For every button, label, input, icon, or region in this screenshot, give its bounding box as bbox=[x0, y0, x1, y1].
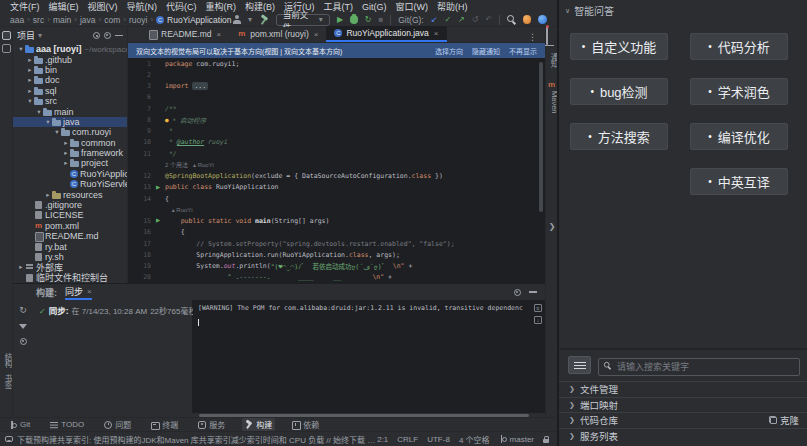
menu-item[interactable]: 导航(N) bbox=[123, 0, 162, 13]
assistant-button-自定义功能[interactable]: •自定义功能 bbox=[570, 33, 668, 60]
menu-item[interactable]: 窗口(W) bbox=[392, 0, 433, 13]
tree-chevron-icon[interactable]: ▸ bbox=[44, 191, 52, 199]
tree-chevron-icon[interactable]: ▸ bbox=[26, 76, 34, 84]
breadcrumb-item[interactable]: src bbox=[33, 15, 44, 25]
tree-chevron-icon[interactable]: ▾ bbox=[44, 118, 52, 126]
tree-chevron-icon[interactable]: ▸ bbox=[62, 159, 70, 167]
plugin-orange-icon[interactable] bbox=[523, 15, 532, 24]
profile-button[interactable]: ↻ bbox=[365, 16, 372, 24]
close-icon[interactable]: × bbox=[314, 30, 319, 39]
build-hammer-icon[interactable] bbox=[259, 15, 269, 25]
editor-tab[interactable]: CRuoYiApplication.java× bbox=[326, 26, 446, 42]
tree-chevron-icon[interactable]: ▾ bbox=[17, 45, 25, 53]
tree-chevron-icon[interactable]: ▸ bbox=[62, 139, 70, 147]
build-settings-icon[interactable] bbox=[514, 289, 521, 296]
run-button[interactable]: ▶ bbox=[337, 16, 343, 24]
assistant-button-中英互译[interactable]: •中英互译 bbox=[690, 168, 788, 195]
git-commit-button[interactable]: ✓ bbox=[444, 16, 451, 24]
tree-item-ry-sh[interactable]: ry.sh bbox=[13, 252, 127, 262]
hide-build-panel-icon[interactable] bbox=[529, 291, 537, 293]
tree-item-doc[interactable]: ▸doc bbox=[13, 75, 127, 85]
git-history-button[interactable]: ↺ bbox=[472, 16, 479, 24]
tree-item-readme-md[interactable]: README.md bbox=[13, 231, 127, 241]
tree-chevron-icon[interactable]: ▸ bbox=[62, 149, 70, 157]
soft-wrap-icon[interactable]: ≡ bbox=[534, 304, 542, 312]
project-view-selector[interactable]: 项目 bbox=[17, 29, 35, 42]
clone-button[interactable]: 克隆 bbox=[769, 413, 799, 427]
breadcrumb-item[interactable]: com bbox=[104, 15, 120, 25]
locate-file-icon[interactable] bbox=[93, 32, 100, 39]
tree-chevron-icon[interactable]: ▾ bbox=[26, 97, 34, 105]
run-gutter-icon[interactable]: ▶ bbox=[156, 218, 165, 224]
close-icon[interactable]: × bbox=[87, 287, 92, 296]
git-update-button[interactable]: ↙ bbox=[431, 16, 438, 24]
breadcrumb-item[interactable]: CRuoYiApplication bbox=[156, 15, 231, 25]
caret-position-widget[interactable]: 2:1 bbox=[377, 435, 388, 444]
banner-action-link[interactable]: 不再显示 bbox=[509, 46, 537, 56]
event-log-icon[interactable] bbox=[5, 436, 13, 442]
build-tab-sync[interactable]: 同步× bbox=[65, 284, 92, 300]
close-icon[interactable]: × bbox=[434, 29, 439, 38]
search-input[interactable] bbox=[598, 358, 800, 376]
toolwindow-tab-problem[interactable]: 问题 bbox=[101, 418, 134, 431]
assistant-button-学术润色[interactable]: •学术润色 bbox=[690, 78, 788, 105]
menu-item[interactable]: 文件(F) bbox=[6, 0, 44, 13]
tree-item-main[interactable]: ▾main bbox=[13, 106, 127, 116]
project-toolwindow-icon[interactable] bbox=[2, 31, 11, 40]
breadcrumb-item[interactable]: aaa bbox=[10, 15, 24, 25]
tree-item-com-ruoyi[interactable]: ▾com.ruoyi bbox=[13, 127, 127, 137]
tree-item-aaa-ruoyi-[interactable]: ▾aaa [ruoyi]~/workspace/aaa bbox=[13, 44, 127, 54]
tree-settings-icon[interactable] bbox=[104, 32, 111, 39]
close-icon[interactable]: × bbox=[217, 30, 222, 39]
stop-button[interactable]: ■ bbox=[378, 16, 383, 24]
tree-item-bin[interactable]: ▸bin bbox=[13, 65, 127, 75]
assistant-section-header[interactable]: ∨ 智能问答 bbox=[565, 3, 614, 18]
tree-item--[interactable]: 临时文件和控制台 bbox=[13, 273, 127, 283]
menu-item[interactable]: 编辑(E) bbox=[45, 0, 83, 13]
tree-item-project[interactable]: ▸project bbox=[13, 158, 127, 168]
menu-item[interactable]: 代码(C) bbox=[162, 0, 201, 13]
menu-item[interactable]: 重构(R) bbox=[202, 0, 241, 13]
build-options-icon[interactable] bbox=[20, 338, 27, 345]
tree-item-pom-xml[interactable]: mpom.xml bbox=[13, 221, 127, 231]
assistant-section-row[interactable]: ❯文件管理 bbox=[559, 381, 807, 397]
hide-panel-icon[interactable] bbox=[115, 35, 123, 37]
toolwindow-tab-service[interactable]: 服务 bbox=[195, 418, 228, 431]
git-branch-widget[interactable]: master bbox=[499, 435, 534, 444]
indent-widget[interactable]: 4 个空格 bbox=[459, 434, 490, 445]
toolwindow-tab-dep[interactable]: 依赖 bbox=[289, 418, 322, 431]
menu-hamburger-button[interactable] bbox=[568, 356, 591, 374]
tree-item-java[interactable]: ▾java bbox=[13, 117, 127, 127]
editor-tab[interactable]: README.md× bbox=[140, 26, 229, 42]
assistant-button-bug检测[interactable]: •bug检测 bbox=[570, 78, 668, 105]
run-gutter-icon[interactable]: ▶ bbox=[156, 185, 165, 191]
toolwindow-tab-git[interactable]: Git bbox=[6, 419, 33, 430]
tree-item-framework[interactable]: ▸framework bbox=[13, 148, 127, 158]
sync-status-row[interactable]: ✓ 同步: 在 7/14/23, 10:28 AM 22秒765毫秒 bbox=[39, 304, 187, 316]
tree-chevron-icon[interactable]: ▸ bbox=[17, 263, 25, 271]
user-caret-icon[interactable]: ▾ bbox=[248, 16, 252, 24]
scrollbar-thumb[interactable] bbox=[539, 62, 543, 212]
tabs-more-icon[interactable]: ⋮ bbox=[528, 32, 545, 42]
tree-chevron-icon[interactable]: ▸ bbox=[26, 56, 34, 64]
user-profile-icon[interactable] bbox=[232, 15, 242, 25]
git-push-button[interactable]: ↗ bbox=[458, 16, 465, 24]
breadcrumb-item[interactable]: java bbox=[80, 15, 96, 25]
debug-button[interactable] bbox=[350, 15, 358, 24]
assistant-section-row[interactable]: ❯服务列表 bbox=[559, 428, 807, 444]
banner-action-link[interactable]: 隐藏通知 bbox=[472, 46, 500, 56]
breadcrumb-item[interactable]: ruoyi bbox=[129, 15, 147, 25]
build-console[interactable]: [WARNING] The POM for com.alibaba:druid:… bbox=[193, 300, 545, 413]
toolwindow-tab-build[interactable]: 构建 bbox=[242, 418, 275, 431]
toolwindow-tab-terminal[interactable]: 终端 bbox=[148, 418, 181, 431]
filter-icon[interactable] bbox=[19, 324, 27, 329]
git-rollback-button[interactable]: ↶ bbox=[486, 16, 493, 24]
tree-chevron-icon[interactable]: ▸ bbox=[26, 66, 34, 74]
commit-toolwindow-icon[interactable] bbox=[2, 44, 11, 53]
bookmarks-toolwindow-button[interactable]: 书签 bbox=[0, 374, 13, 389]
plugin-blue-icon[interactable] bbox=[538, 15, 547, 24]
assistant-button-编译优化[interactable]: •编译优化 bbox=[690, 123, 788, 150]
editor-scrollbar[interactable] bbox=[537, 58, 545, 283]
tree-chevron-icon[interactable]: ▾ bbox=[35, 108, 43, 116]
structure-toolwindow-button[interactable]: 结构 bbox=[0, 353, 13, 368]
